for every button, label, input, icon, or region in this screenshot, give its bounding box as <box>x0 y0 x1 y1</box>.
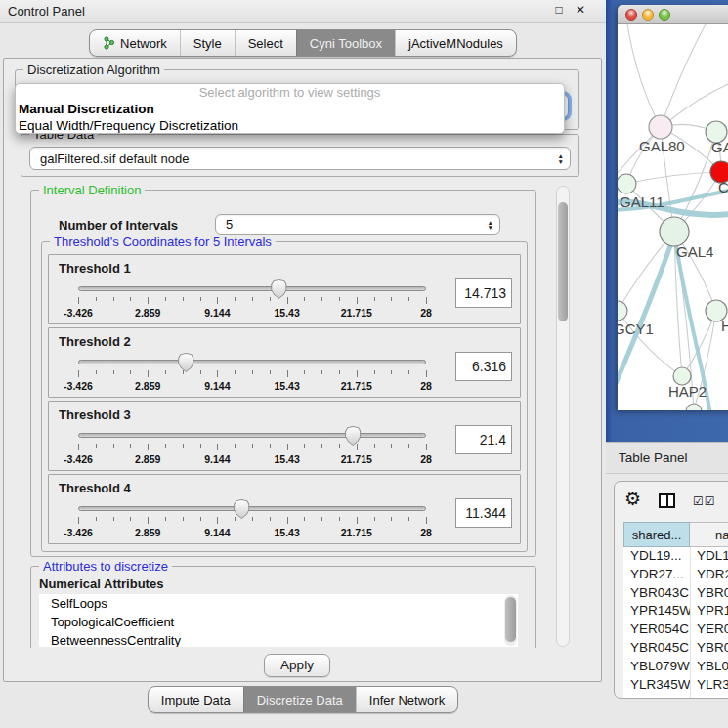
table-row[interactable]: YLR345WYLR3 <box>623 676 728 695</box>
attributes-scrollbar-thumb[interactable] <box>505 597 516 642</box>
slider-major-tick <box>78 517 79 524</box>
attribute-item-betweennesscentrality[interactable]: BetweennessCentrality <box>39 631 518 647</box>
table-row[interactable]: YBR045CYBR0 <box>623 639 728 658</box>
slider-thumb-face <box>272 280 286 298</box>
threshold-block-4: Threshold 4-3.4262.8599.14415.4321.71528… <box>48 474 521 544</box>
threshold-slider-3[interactable]: -3.4262.8599.14415.4321.71528 <box>78 427 426 470</box>
table-data-combobox[interactable]: galFiltered.sif default node ▲▼ <box>29 147 571 170</box>
network-edge[interactable] <box>627 24 661 127</box>
slider-thumb[interactable] <box>234 499 250 519</box>
numerical-attributes-list[interactable]: SelfLoopsTopologicalCoefficientBetweenne… <box>39 594 518 647</box>
tab-label: Infer Network <box>369 688 445 712</box>
slider-major-tick <box>426 517 427 524</box>
zoom-light[interactable] <box>659 9 670 21</box>
cell-name: YER0 <box>690 621 728 639</box>
column-header-shared-name[interactable]: shared... <box>623 522 690 547</box>
network-edge[interactable] <box>626 172 721 184</box>
slider-minor-tick <box>321 517 322 521</box>
network-node[interactable] <box>686 404 702 410</box>
number-of-intervals-value: 5 <box>226 217 233 232</box>
threshold-label: Threshold 1 <box>59 261 131 276</box>
slider-minor-tick <box>113 297 114 301</box>
gear-icon[interactable]: ⚙ <box>624 490 641 509</box>
settings-vertical-scrollbar[interactable] <box>556 186 570 647</box>
slider-tick-label: 9.144 <box>204 527 230 538</box>
network-canvas[interactable]: GAL80GACGAL11GAL4GCY1HHAP2 <box>618 24 728 410</box>
attributes-list-scrollbar[interactable] <box>504 595 517 646</box>
network-node-gal11[interactable] <box>618 174 636 193</box>
tab-jactivemnodules[interactable]: jActiveMNodules <box>395 30 516 56</box>
network-node-gcy1[interactable] <box>618 301 627 321</box>
attributes-to-discretize-group: Attributes to discretize Numerical Attri… <box>30 566 536 648</box>
threshold-value-field[interactable]: 11.344 <box>455 498 512 528</box>
number-of-intervals-combobox[interactable]: 5 ▲▼ <box>215 214 500 235</box>
tab-cyni-toolbox[interactable]: Cyni Toolbox <box>296 30 395 56</box>
slider-track[interactable] <box>78 360 426 364</box>
threshold-block-1: Threshold 1-3.4262.8599.14415.4321.71528… <box>48 254 521 324</box>
slider-tick-label: 2.859 <box>135 527 160 538</box>
threshold-value-field[interactable]: 6.316 <box>455 352 512 381</box>
attributes-group-title: Attributes to discretize <box>39 559 172 574</box>
slider-thumb[interactable] <box>271 279 287 299</box>
algorithm-popup-prompt: Select algorithm to view settings <box>16 84 564 101</box>
network-edge[interactable] <box>661 24 706 127</box>
table-data-group: Table Data galFiltered.sif default node … <box>21 134 579 177</box>
table-row[interactable]: YPR145WYPR1 <box>623 602 728 621</box>
apply-button[interactable]: Apply <box>264 654 330 677</box>
algorithm-popup-item-equal-width-frequency-discretization[interactable]: Equal Width/Frequency Discretization <box>16 117 564 134</box>
tab-network[interactable]: Network <box>90 30 180 56</box>
algorithm-popup-item-manual-discretization[interactable]: Manual Discretization <box>16 101 564 117</box>
slider-minor-tick <box>113 517 114 521</box>
attribute-item-topologicalcoefficient[interactable]: TopologicalCoefficient <box>39 613 518 631</box>
column-header-name[interactable]: na <box>690 522 728 547</box>
table-row[interactable]: YBR043CYBR0 <box>623 584 728 603</box>
slider-thumb[interactable] <box>178 353 194 372</box>
threshold-slider-4[interactable]: -3.4262.8599.14415.4321.71528 <box>78 500 426 543</box>
table-row[interactable]: YER054CYER0 <box>623 621 728 639</box>
table-row[interactable]: YDR27...YDR2 <box>623 566 728 584</box>
tab-impute-data[interactable]: Impute Data <box>149 687 243 712</box>
tab-discretize-data[interactable]: Discretize Data <box>243 687 356 712</box>
threshold-slider-1[interactable]: -3.4262.8599.14415.4321.71528 <box>78 280 426 323</box>
table-row[interactable]: YDL19...YDL1 <box>623 547 728 566</box>
slider-major-tick <box>148 517 149 524</box>
threshold-value-field[interactable]: 14.713 <box>455 278 512 308</box>
slider-minor-tick <box>304 517 305 521</box>
tab-select[interactable]: Select <box>235 30 296 56</box>
cell-name: YDL1 <box>690 547 728 566</box>
tab-label: Cyni Toolbox <box>310 31 382 56</box>
slider-minor-tick <box>304 444 305 448</box>
minimize-light[interactable] <box>642 9 654 21</box>
slider-track[interactable] <box>78 286 426 291</box>
columns-icon[interactable] <box>659 493 675 508</box>
slider-thumb-face <box>179 354 193 371</box>
attribute-item-selfloops[interactable]: SelfLoops <box>39 594 518 613</box>
slider-track[interactable] <box>78 506 426 511</box>
threshold-value-field[interactable]: 21.4 <box>455 425 512 454</box>
network-node-gal4[interactable] <box>660 217 689 246</box>
bottom-tab-row: Impute DataDiscretize DataInfer Network <box>0 686 606 713</box>
slider-thumb-face <box>346 427 361 445</box>
slider-track[interactable] <box>78 433 426 438</box>
checkbox-icons[interactable]: ☑☑ <box>693 494 716 508</box>
slider-minor-tick <box>235 297 236 301</box>
table-row[interactable]: YIL052CYIL0 <box>623 694 728 699</box>
slider-minor-tick <box>391 370 392 374</box>
slider-minor-tick <box>130 297 131 301</box>
close-window-icon[interactable]: ✕ <box>573 3 588 17</box>
network-view-window: GAL80GACGAL11GAL4GCY1HHAP2 <box>618 5 728 410</box>
threshold-slider-2[interactable]: -3.4262.8599.14415.4321.71528 <box>78 354 426 397</box>
settings-scrollbar-thumb[interactable] <box>558 202 568 321</box>
number-of-intervals-label: Number of Intervals <box>59 218 178 233</box>
float-window-icon[interactable]: □ <box>551 3 567 17</box>
tab-style[interactable]: Style <box>180 30 235 56</box>
slider-thumb[interactable] <box>345 426 362 446</box>
slider-major-tick <box>357 517 358 524</box>
right-side-panel: GAL80GACGAL11GAL4GCY1HHAP2 Table Panel ⚙… <box>606 0 728 728</box>
table-row[interactable]: YBL079WYBL0 <box>623 658 728 676</box>
close-light[interactable] <box>625 9 637 21</box>
network-window-titlebar[interactable] <box>618 5 728 24</box>
tab-infer-network[interactable]: Infer Network <box>356 687 457 712</box>
slider-major-tick <box>148 297 149 304</box>
network-node-gal80[interactable] <box>649 115 672 139</box>
